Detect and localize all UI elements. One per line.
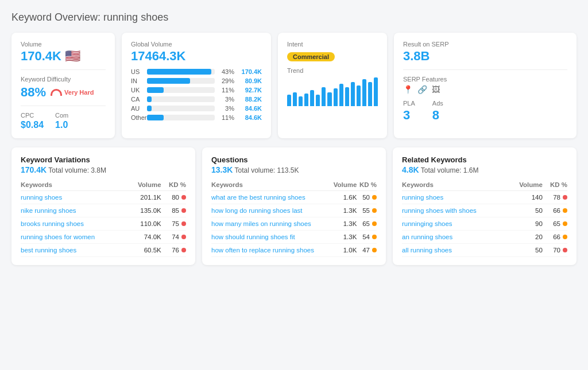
global-value: 17464.3K [131, 49, 262, 64]
keyword-variations-card: Keyword Variations 170.4K Total volume: … [11, 147, 195, 265]
volume-cell: 50 [509, 204, 542, 217]
kv-total: Total volume: 3.8M [48, 166, 106, 174]
q-table: Keywords Volume KD % what are the best r… [211, 179, 377, 257]
rk-col-volume: Volume [509, 179, 542, 191]
bar-val: 84.6K [238, 114, 262, 121]
keyword-link[interactable]: running shoes for women [21, 233, 95, 240]
keyword-link[interactable]: running shoes with shoes [402, 207, 477, 214]
trend-bar [287, 95, 291, 106]
kv-col-volume: Volume [127, 179, 161, 191]
kd-dot [563, 235, 567, 239]
kv-subtitle: 170.4K Total volume: 3.8M [21, 165, 186, 174]
kv-col-keywords: Keywords [21, 179, 127, 191]
bar-pct: 43% [218, 68, 234, 75]
kd-cell: 75 [161, 217, 186, 231]
volume-cell: 50 [509, 244, 542, 257]
q-total: Total volume: 113.5K [234, 166, 299, 174]
volume-cell: 1.3K [330, 204, 357, 217]
keyword-link[interactable]: how often to replace running shoes [211, 247, 314, 254]
rk-table: Keywords Volume KD % running shoes 140 7… [402, 179, 567, 257]
bar-val: 170.4K [238, 68, 262, 75]
volume-cell: 74.0K [127, 231, 161, 244]
intent-card: Intent Commercial Trend [278, 33, 387, 138]
kd-cell: 66 [543, 204, 567, 217]
kd-dot [372, 208, 377, 213]
trend-bar [362, 79, 366, 106]
kv-section-title: Keyword Variations [21, 155, 186, 164]
bar-fill [147, 78, 190, 84]
bar-track [147, 106, 215, 111]
serp-features-icons: 📍 🔗 🖼 [403, 85, 567, 94]
kd-dot [181, 221, 186, 226]
top-cards-row: Volume 170.4K 🇺🇸 Keyword Difficulty 88% … [11, 33, 577, 138]
q-count: 13.3K [211, 165, 233, 174]
volume-card: Volume 170.4K 🇺🇸 Keyword Difficulty 88% … [11, 33, 115, 138]
keyword-link[interactable]: how long do running shoes last [211, 207, 303, 214]
keyword-link[interactable]: runninging shoes [402, 220, 452, 227]
bar-val: 88.2K [238, 96, 262, 103]
table-row: running shoes for women 74.0K 74 [21, 231, 186, 244]
table-row: how many miles on running shoes 1.3K 65 [211, 217, 377, 231]
kd-badge-text: Very Hard [64, 89, 94, 96]
bar-country: AU [131, 105, 144, 112]
serp-result-label: Result on SERP [403, 41, 567, 48]
kd-cell: 65 [357, 217, 377, 231]
rk-total: Total volume: 1.6M [421, 166, 479, 174]
link-icon: 🔗 [417, 85, 427, 94]
table-row: brooks running shoes 110.0K 75 [21, 217, 186, 231]
pla-item: PLA 3 [403, 100, 415, 123]
volume-cell: 90 [509, 217, 542, 231]
kd-dot [372, 235, 377, 239]
volume-label: Volume [21, 41, 106, 48]
trend-bar [293, 92, 297, 106]
title-keyword: running shoes [103, 11, 168, 23]
q-section-title: Questions [211, 155, 377, 164]
keyword-link[interactable]: what are the best running shoes [211, 194, 305, 201]
q-col-kd: KD % [357, 179, 377, 191]
bar-country: IN [131, 77, 144, 84]
ads-label: Ads [432, 100, 443, 107]
divider2 [21, 106, 106, 106]
trend-bar [322, 87, 326, 106]
keyword-link[interactable]: running shoes [21, 194, 62, 201]
com-label: Com [55, 112, 68, 119]
com-item: Com 1.0 [55, 112, 68, 130]
trend-bar [345, 87, 349, 106]
keyword-link[interactable]: nike running shoes [21, 207, 76, 214]
rk-subtitle: 4.8K Total volume: 1.6M [402, 165, 567, 174]
volume-value: 170.4K 🇺🇸 [21, 49, 106, 64]
bar-pct: 29% [218, 77, 234, 84]
keyword-link[interactable]: brooks running shoes [21, 220, 84, 227]
kd-dot [563, 208, 567, 213]
keyword-link[interactable]: how many miles on running shoes [211, 220, 311, 227]
bar-track [147, 115, 215, 120]
keyword-link[interactable]: an running shoes [402, 233, 452, 240]
flag-icon: 🇺🇸 [65, 49, 80, 63]
rk-count: 4.8K [402, 165, 419, 174]
keyword-link[interactable]: how should running shoes fit [211, 233, 295, 240]
pla-ads-row: PLA 3 Ads 8 [403, 100, 567, 123]
kd-row: 88% Very Hard [21, 85, 106, 100]
cpc-label: CPC [21, 112, 44, 119]
related-keywords-card: Related Keywords 4.8K Total volume: 1.6M… [393, 147, 577, 265]
kd-cell: 50 [357, 191, 377, 204]
cpc-com-row: CPC $0.84 Com 1.0 [21, 112, 106, 130]
table-row: how often to replace running shoes 1.0K … [211, 244, 377, 257]
kd-dot [181, 235, 186, 239]
bar-row: UK 11% 92.7K [131, 87, 262, 94]
keyword-link[interactable]: all running shoes [402, 247, 452, 254]
table-row: running shoes 140 78 [402, 191, 567, 204]
kd-dot [181, 248, 186, 252]
bar-val: 92.7K [238, 87, 262, 94]
table-row: an running shoes 20 66 [402, 231, 567, 244]
intent-badge: Commercial [287, 52, 335, 61]
ads-value: 8 [432, 108, 443, 123]
global-label: Global Volume [131, 41, 262, 48]
bar-track [147, 69, 215, 75]
keyword-link[interactable]: running shoes [402, 194, 443, 201]
table-row: running shoes 201.1K 80 [21, 191, 186, 204]
bottom-cards-row: Keyword Variations 170.4K Total volume: … [11, 147, 577, 265]
kd-cell: 47 [357, 244, 377, 257]
keyword-link[interactable]: best running shoes [21, 247, 76, 254]
bar-pct: 3% [218, 105, 234, 112]
